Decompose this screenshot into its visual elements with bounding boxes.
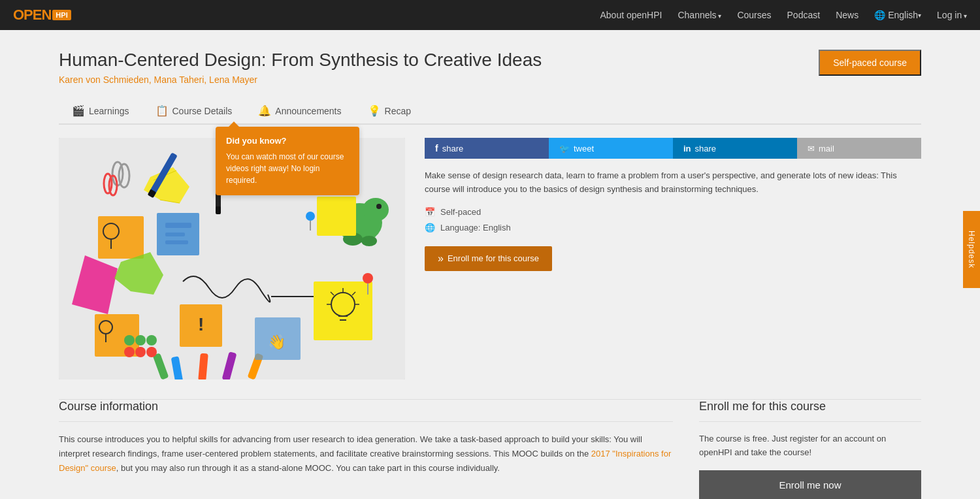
tooltip-body: You can watch most of our course videos … [226,151,349,186]
svg-rect-42 [317,197,356,236]
globe-meta-icon: 🌐 [425,223,435,233]
share-buttons: f share 🐦 tweet in share ✉ mail [425,138,921,159]
nav-login[interactable]: Log in [937,10,967,20]
course-info-title: Course information [59,400,673,422]
nav-channels[interactable]: Channels [678,10,721,20]
meta-language: 🌐 Language: English [425,223,921,233]
course-details-icon: 📋 [155,105,169,117]
svg-text:👋: 👋 [268,333,286,351]
share-mail-button[interactable]: ✉ mail [797,138,921,159]
page-container: Human-Centered Design: From Synthesis to… [33,30,947,499]
nav-language[interactable]: 🌐 English [874,10,921,20]
facebook-icon: f [435,143,438,153]
helpdesk-widget[interactable]: Helpdesk [963,211,980,288]
nav-podcast[interactable]: Podcast [787,10,821,20]
course-authors: Karen von Schmieden, Mana Taheri, Lena M… [59,74,921,85]
announcements-icon: 🔔 [258,105,271,117]
course-info-panel: f share 🐦 tweet in share ✉ mail Make sen… [425,138,921,379]
svg-rect-10 [98,216,144,259]
nav-menu: About openHPI Channels Courses Podcast N… [600,10,967,20]
mail-icon: ✉ [808,144,815,153]
tooltip-title: Did you know? [226,136,349,146]
share-linkedin-button[interactable]: in share [673,138,797,159]
enroll-now-button[interactable]: Enroll me now [699,470,921,499]
course-meta: 📅 Self-paced 🌐 Language: English [425,207,921,233]
svg-point-51 [124,347,135,357]
tab-announcements[interactable]: 🔔 Announcements [245,98,354,125]
nav-courses[interactable]: Courses [737,10,771,20]
share-facebook-button[interactable]: f share [425,138,549,159]
course-header: Human-Centered Design: From Synthesis to… [59,50,921,85]
course-body: ! [59,138,921,379]
svg-rect-14 [165,223,191,228]
twitter-icon: 🐦 [559,144,570,153]
svg-rect-15 [165,233,185,236]
globe-icon: 🌐 [874,10,885,20]
self-paced-badge[interactable]: Self-paced course [819,50,921,76]
logo[interactable]: OPEN HPI [13,7,71,24]
svg-point-38 [363,198,389,221]
course-info-text: This course introduces you to helpful sk… [59,432,673,475]
tab-course-details[interactable]: 📋 Course Details [142,98,246,125]
logo-open-text: OPEN [13,7,51,24]
svg-point-54 [363,273,373,283]
bottom-section: Course information This course introduce… [59,399,921,499]
meta-self-paced: 📅 Self-paced [425,207,921,217]
tab-learnings[interactable]: 🎬 Learnings [59,98,142,125]
linkedin-icon: in [683,144,691,153]
course-title: Human-Centered Design: From Synthesis to… [59,50,921,71]
learnings-icon: 🎬 [72,105,85,117]
svg-rect-16 [165,240,188,244]
recap-icon: 💡 [368,105,381,117]
svg-point-49 [135,335,146,346]
tooltip-popup: Did you know? You can watch most of our … [216,127,359,195]
svg-point-41 [361,236,377,246]
svg-point-39 [376,204,382,209]
svg-point-48 [124,335,135,346]
navbar: OPEN HPI About openHPI Channels Courses … [0,0,980,30]
svg-point-53 [146,347,157,357]
tab-recap[interactable]: 💡 Recap [355,98,424,125]
calendar-icon: 📅 [425,207,435,217]
nav-news[interactable]: News [836,10,858,20]
enroll-button-panel[interactable]: Enroll me for this course [425,246,552,271]
enroll-section: Enroll me for this course The course is … [699,400,921,499]
svg-point-56 [306,212,315,221]
enroll-title: Enroll me for this course [699,400,921,422]
svg-point-52 [135,347,146,357]
enroll-text: The course is free. Just register for an… [699,432,921,460]
course-description: Make sense of design research data, lear… [425,169,921,197]
tabs-container: 🎬 Learnings 📋 Course Details 🔔 Announcem… [59,98,921,125]
tabs: 🎬 Learnings 📋 Course Details 🔔 Announcem… [59,98,921,125]
course-info-bottom: Course information This course introduce… [59,400,673,499]
share-twitter-button[interactable]: 🐦 tweet [549,138,673,159]
svg-text:!: ! [198,314,204,334]
nav-about[interactable]: About openHPI [600,10,662,20]
logo-hpi-text: HPI [52,10,71,20]
svg-rect-18 [216,206,221,214]
helpdesk-label[interactable]: Helpdesk [963,211,980,288]
svg-point-50 [146,335,157,346]
